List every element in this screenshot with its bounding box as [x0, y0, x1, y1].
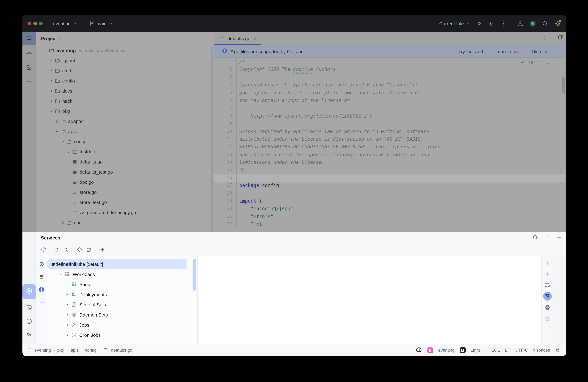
services-tree-item[interactable]: Daemon Sets: [47, 310, 197, 320]
dismiss-link[interactable]: Dismiss: [532, 49, 548, 54]
try-goland-link[interactable]: Try GoLand: [458, 49, 483, 54]
chevron-right-icon[interactable]: [64, 333, 70, 337]
file-encoding[interactable]: UTF-8: [515, 348, 527, 353]
branch-widget[interactable]: main: [89, 21, 113, 26]
project-tree-item[interactable]: doc.go: [36, 177, 214, 187]
copilot-icon[interactable]: [416, 346, 422, 354]
project-tree-item[interactable]: hack: [36, 96, 214, 106]
status-theme[interactable]: Light: [470, 348, 480, 353]
chevron-right-icon[interactable]: [48, 58, 54, 63]
chevron-right-icon[interactable]: [54, 119, 60, 124]
more-actions-button[interactable]: [500, 21, 506, 26]
print-icon[interactable]: [543, 303, 552, 312]
server-icon[interactable]: [37, 272, 46, 281]
breadcrumb-item[interactable]: eventing: [34, 348, 51, 353]
hide-panel-icon[interactable]: [556, 234, 562, 241]
down-arrow-icon[interactable]: [543, 269, 552, 278]
services-tree-item[interactable]: Jobs: [47, 320, 197, 330]
services-scrollbar[interactable]: [193, 259, 196, 291]
project-tree-item[interactable]: store.go: [36, 187, 214, 197]
sidebar-item-project[interactable]: [22, 32, 36, 45]
chevron-right-icon[interactable]: [48, 68, 54, 73]
chevron-right-icon[interactable]: [64, 323, 70, 327]
notifications-button[interactable]: [553, 32, 566, 45]
project-tree-item[interactable]: defaults_test.go: [36, 167, 214, 177]
project-tree-item[interactable]: config: [36, 76, 214, 86]
project-tree-item[interactable]: .github: [36, 55, 214, 65]
sidebar-item-commit[interactable]: [22, 48, 36, 59]
services-tree-item[interactable]: Stateful Sets: [47, 300, 197, 310]
project-tree-item[interactable]: zz_generated.deepcopy.go: [36, 207, 214, 217]
inspections-widget[interactable]: 16: [520, 60, 550, 66]
sidebar-item-terminal[interactable]: [22, 303, 36, 313]
editor-scrollbar[interactable]: [562, 77, 565, 93]
project-tree-item[interactable]: defaults.go: [36, 157, 214, 167]
project-tree-item[interactable]: cmd: [36, 65, 214, 76]
scroll-to-end-icon[interactable]: [543, 292, 552, 301]
open-in-new-tab-icon[interactable]: [84, 245, 94, 254]
services-tree-item[interactable]: Cron Jobs: [47, 330, 197, 340]
run-configuration-selector[interactable]: Current File: [439, 21, 470, 26]
run-button[interactable]: [477, 21, 482, 26]
sidebar-item-structure[interactable]: [22, 63, 36, 74]
soft-wrap-icon[interactable]: [543, 281, 552, 289]
breadcrumb-item[interactable]: apis: [71, 348, 79, 353]
sidebar-item-problems[interactable]: [22, 317, 36, 327]
minimize-window-button[interactable]: [33, 22, 37, 25]
chevron-right-icon[interactable]: [48, 98, 54, 103]
lock-icon[interactable]: [555, 347, 561, 353]
refresh-icon[interactable]: [39, 245, 48, 254]
caret-position[interactable]: 16:1: [491, 348, 500, 353]
code-with-me-button[interactable]: [517, 20, 524, 27]
project-tree-item[interactable]: eventing~/Downloads/eventing: [36, 45, 214, 55]
chevron-right-icon[interactable]: [64, 312, 70, 317]
chevron-right-icon[interactable]: [48, 88, 54, 93]
chevron-right-icon[interactable]: [64, 292, 70, 297]
kubernetes-icon[interactable]: [37, 285, 46, 294]
chevron-down-icon[interactable]: [60, 139, 65, 144]
locate-icon[interactable]: [75, 245, 84, 254]
collapse-all-icon[interactable]: [62, 245, 71, 254]
project-tree-item[interactable]: store_test.go: [36, 197, 214, 207]
project-widget[interactable]: eventing: [53, 21, 77, 26]
locate-dot-icon[interactable]: [37, 259, 46, 269]
learn-more-link[interactable]: Learn more: [495, 49, 519, 54]
search-everywhere-button[interactable]: [542, 20, 548, 27]
project-tree-item[interactable]: config: [36, 136, 214, 147]
close-tab-icon[interactable]: [253, 36, 257, 41]
project-tree-item[interactable]: docs: [36, 86, 214, 96]
chevron-right-icon[interactable]: [48, 78, 54, 83]
settings-button[interactable]: [554, 20, 561, 27]
chevron-down-icon[interactable]: [58, 272, 64, 277]
project-tree-item[interactable]: adapter: [36, 116, 214, 126]
profile-badge[interactable]: E: [427, 347, 433, 353]
delete-icon[interactable]: [543, 314, 552, 323]
theme-badge[interactable]: M: [460, 347, 465, 353]
zoom-window-button[interactable]: [39, 22, 43, 25]
sidebar-more-tools[interactable]: [22, 77, 36, 88]
more-horizontal-icon[interactable]: [37, 297, 46, 307]
project-tree-item[interactable]: apis: [36, 126, 214, 136]
breadcrumb-item[interactable]: config: [85, 348, 97, 353]
next-problem-icon[interactable]: [546, 61, 550, 65]
services-tree-item[interactable]: Deployments: [47, 289, 197, 300]
project-tree-item[interactable]: duck: [36, 217, 214, 228]
project-scrollbar[interactable]: [211, 46, 213, 232]
breadcrumb-item[interactable]: pkg: [57, 348, 64, 353]
chevron-right-icon[interactable]: [60, 220, 65, 225]
status-context[interactable]: eventing: [438, 348, 455, 353]
chevron-right-icon[interactable]: [65, 149, 71, 154]
editor-options-button[interactable]: [537, 32, 553, 45]
chevron-right-icon[interactable]: [64, 302, 70, 307]
more-vertical-icon[interactable]: [544, 234, 550, 241]
sidebar-item-services[interactable]: [22, 284, 36, 299]
previous-problem-icon[interactable]: [537, 60, 542, 66]
code-editor[interactable]: 1/*2Copyright 2020 The Knative Authors34…: [214, 58, 566, 232]
line-ending[interactable]: LF: [505, 348, 510, 353]
services-tree-item[interactable]: undefinedminikube [default]: [47, 259, 187, 269]
services-tree-item[interactable]: Workloads: [47, 269, 197, 279]
crosshair-icon[interactable]: [532, 234, 538, 241]
project-tree-item[interactable]: pkg: [36, 106, 214, 116]
indent-setting[interactable]: 4 spaces: [533, 348, 550, 353]
chevron-down-icon[interactable]: [48, 109, 54, 114]
